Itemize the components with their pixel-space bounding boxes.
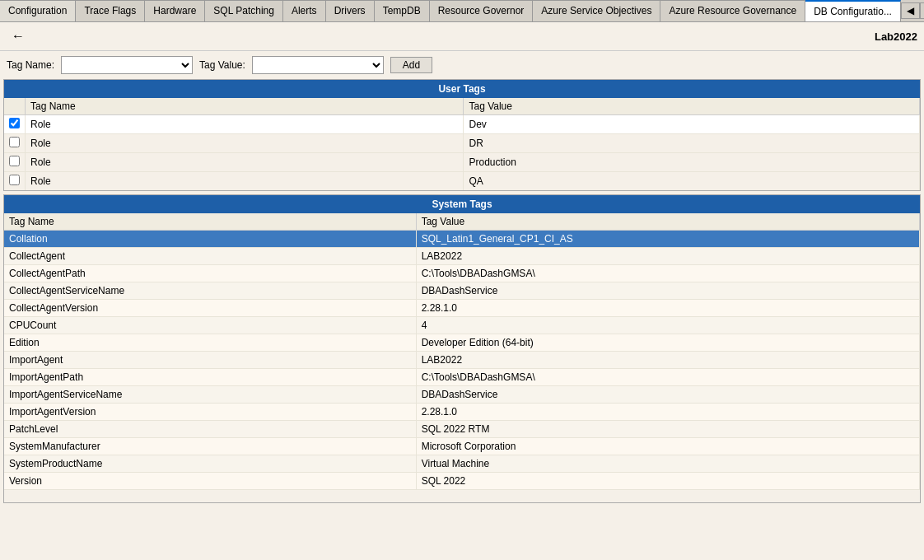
system-tag-row[interactable]: Edition Developer Edition (64-bit) (4, 334, 920, 352)
system-tag-row[interactable]: ImportAgentPath C:\Tools\DBADashGMSA\ (4, 369, 920, 386)
row-tag-value: DBADashService (416, 386, 919, 404)
tab-azure-service-objectives[interactable]: Azure Service Objectives (533, 0, 660, 21)
row-tag-name: CollectAgentServiceName (4, 282, 416, 300)
system-tag-row[interactable]: CollectAgentPath C:\Tools\DBADashGMSA\ (4, 265, 920, 282)
tab-bar: Configuration Trace Flags Hardware SQL P… (0, 0, 924, 22)
system-tag-row[interactable]: CollectAgent LAB2022 (4, 248, 920, 265)
system-tag-row[interactable]: ImportAgentServiceName DBADashService (4, 386, 920, 404)
tab-scroll-left[interactable]: ◀ (901, 2, 920, 19)
user-tags-check-col (4, 98, 26, 115)
row-tag-value: 4 (416, 317, 919, 334)
user-tag-row[interactable]: Role DR (4, 134, 920, 153)
system-tag-row[interactable]: SystemProductName Virtual Machine (4, 455, 920, 473)
row-checkbox[interactable] (4, 115, 26, 134)
row-tag-name: Edition (4, 334, 416, 352)
tab-hardware[interactable]: Hardware (145, 0, 205, 21)
row-tag-name: Role (26, 134, 464, 153)
system-tag-row[interactable]: PatchLevel SQL 2022 RTM (4, 421, 920, 438)
user-tags-value-col: Tag Value (464, 98, 920, 115)
row-tag-name: SystemProductName (4, 455, 416, 473)
row-tag-name: Role (26, 172, 464, 191)
row-tag-name: SystemManufacturer (4, 438, 416, 455)
row-tag-value: LAB2022 (416, 352, 919, 369)
row-tag-value: QA (464, 172, 920, 191)
row-tag-value: Microsoft Corporation (416, 438, 919, 455)
system-tags-scroll[interactable]: Tag Name Tag Value Collation SQL_Latin1_… (4, 213, 920, 502)
system-tags-header: System Tags (4, 195, 920, 213)
row-tag-name: ImportAgentServiceName (4, 386, 416, 404)
row-tag-value: Developer Edition (64-bit) (416, 334, 919, 352)
tab-resource-governor[interactable]: Resource Governor (430, 0, 534, 21)
tag-value-label: Tag Value: (199, 59, 245, 71)
row-tag-value: Dev (464, 115, 920, 134)
user-tags-table: Tag Name Tag Value Role Dev Role DR Role… (4, 98, 920, 190)
row-checkbox[interactable] (4, 172, 26, 191)
user-tag-row[interactable]: Role Production (4, 153, 920, 172)
system-tag-row[interactable]: Version SQL 2022 (4, 473, 920, 490)
tab-azure-resource-governance[interactable]: Azure Resource Governance (660, 0, 805, 21)
system-tags-name-col: Tag Name (4, 213, 416, 231)
row-tag-name: CollectAgentVersion (4, 300, 416, 317)
row-tag-value: 2.28.1.0 (416, 300, 919, 317)
row-tag-name: PatchLevel (4, 421, 416, 438)
row-checkbox[interactable] (4, 153, 26, 172)
tab-tempdb[interactable]: TempDB (375, 0, 430, 21)
row-tag-value: LAB2022 (416, 248, 919, 265)
row-tag-name: CollectAgent (4, 248, 416, 265)
row-tag-value: SQL 2022 RTM (416, 421, 919, 438)
row-tag-name: Version (4, 473, 416, 490)
system-tag-row[interactable]: Collation SQL_Latin1_General_CP1_CI_AS (4, 231, 920, 248)
row-tag-name: Role (26, 153, 464, 172)
tag-name-label: Tag Name: (7, 59, 54, 71)
row-tag-value: 2.28.1.0 (416, 404, 919, 421)
system-tag-row[interactable]: CPUCount 4 (4, 317, 920, 334)
tab-trace-flags[interactable]: Trace Flags (76, 0, 145, 21)
row-tag-value: C:\Tools\DBADashGMSA\ (416, 265, 919, 282)
system-tag-row[interactable]: CollectAgentServiceName DBADashService (4, 282, 920, 300)
add-button[interactable]: Add (390, 57, 432, 73)
row-tag-name: CPUCount (4, 317, 416, 334)
row-tag-name: ImportAgentPath (4, 369, 416, 386)
row-tag-value: Virtual Machine (416, 455, 919, 473)
system-tag-row[interactable]: ImportAgentVersion 2.28.1.0 (4, 404, 920, 421)
system-tags-section: System Tags Tag Name Tag Value Collation… (3, 194, 921, 503)
user-tags-name-col: Tag Name (26, 98, 464, 115)
system-tags-table: Tag Name Tag Value Collation SQL_Latin1_… (4, 213, 920, 490)
row-tag-value: Production (464, 153, 920, 172)
system-tag-row[interactable]: ImportAgent LAB2022 (4, 352, 920, 369)
user-tag-row[interactable]: Role Dev (4, 115, 920, 134)
row-tag-name: Role (26, 115, 464, 134)
system-tags-value-col: Tag Value (416, 213, 919, 231)
row-tag-value: SQL 2022 (416, 473, 919, 490)
tab-configuration[interactable]: Configuration (0, 0, 76, 21)
tag-value-select[interactable] (252, 56, 384, 74)
row-tag-name: CollectAgentPath (4, 265, 416, 282)
tab-sql-patching[interactable]: SQL Patching (205, 0, 283, 21)
user-tags-section: User Tags Tag Name Tag Value Role Dev Ro… (3, 79, 921, 191)
tab-drivers[interactable]: Drivers (326, 0, 375, 21)
row-tag-value: C:\Tools\DBADashGMSA\ (416, 369, 919, 386)
user-tag-row[interactable]: Role QA (4, 172, 920, 191)
tag-name-select[interactable] (61, 56, 193, 74)
system-tag-row[interactable]: CollectAgentVersion 2.28.1.0 (4, 300, 920, 317)
tab-alerts[interactable]: Alerts (283, 0, 326, 21)
top-bar: ← Lab2022 (0, 22, 924, 51)
row-checkbox[interactable] (4, 134, 26, 153)
tab-scroll-right[interactable]: ▶ (920, 2, 924, 19)
tab-db-configuration[interactable]: DB Configuratio... (805, 0, 901, 21)
row-tag-name: ImportAgentVersion (4, 404, 416, 421)
server-name: Lab2022 (875, 30, 917, 43)
row-tag-name: ImportAgent (4, 352, 416, 369)
form-row: Tag Name: Tag Value: Add (0, 51, 924, 79)
back-button[interactable]: ← (7, 27, 30, 45)
row-tag-value: SQL_Latin1_General_CP1_CI_AS (416, 231, 919, 248)
row-tag-name: Collation (4, 231, 416, 248)
row-tag-value: DBADashService (416, 282, 919, 300)
row-tag-value: DR (464, 134, 920, 153)
user-tags-header: User Tags (4, 80, 920, 98)
system-tag-row[interactable]: SystemManufacturer Microsoft Corporation (4, 438, 920, 455)
